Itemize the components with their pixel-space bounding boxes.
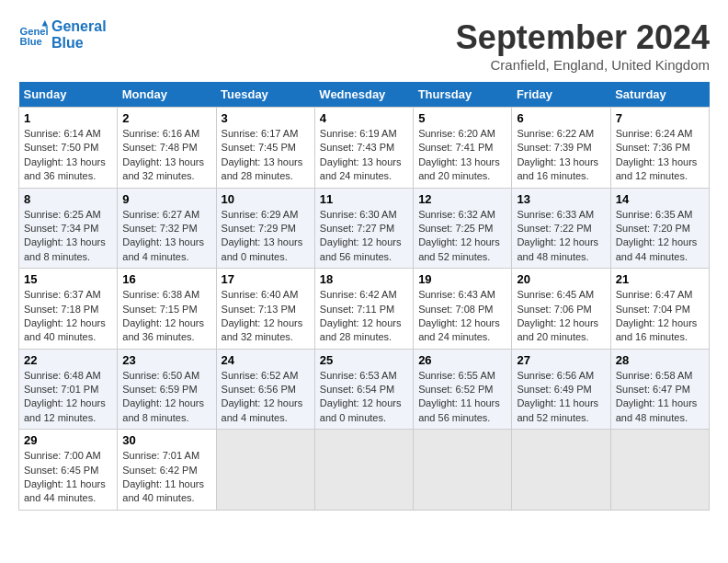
day-detail: Sunrise: 6:45 AMSunset: 7:06 PMDaylight:… [517,288,605,345]
location-subtitle: Cranfield, England, United Kingdom [456,57,710,73]
calendar-cell: 17Sunrise: 6:40 AMSunset: 7:13 PMDayligh… [216,269,314,350]
day-detail: Sunrise: 6:53 AMSunset: 6:54 PMDaylight:… [320,369,408,426]
day-detail: Sunrise: 6:16 AMSunset: 7:48 PMDaylight:… [122,127,210,184]
day-number: 10 [222,192,310,206]
weekday-header-row: SundayMondayTuesdayWednesdayThursdayFrid… [19,82,710,108]
calendar-cell: 12Sunrise: 6:32 AMSunset: 7:25 PMDayligh… [414,188,512,269]
calendar-cell: 14Sunrise: 6:35 AMSunset: 7:20 PMDayligh… [610,188,709,269]
day-detail: Sunrise: 6:22 AMSunset: 7:39 PMDaylight:… [517,127,605,184]
day-detail: Sunrise: 6:25 AMSunset: 7:34 PMDaylight:… [24,208,112,265]
day-number: 8 [24,192,112,206]
day-number: 23 [122,353,210,367]
day-detail: Sunrise: 6:14 AMSunset: 7:50 PMDaylight:… [24,127,112,184]
calendar-cell: 24Sunrise: 6:52 AMSunset: 6:56 PMDayligh… [216,349,314,430]
logo-general: General [51,18,107,35]
day-number: 17 [222,272,310,286]
calendar-cell: 4Sunrise: 6:19 AMSunset: 7:43 PMDaylight… [314,108,413,189]
day-detail: Sunrise: 6:52 AMSunset: 6:56 PMDaylight:… [222,369,310,426]
day-detail: Sunrise: 6:29 AMSunset: 7:29 PMDaylight:… [222,208,310,265]
calendar-cell: 15Sunrise: 6:37 AMSunset: 7:18 PMDayligh… [19,269,118,350]
calendar-cell: 28Sunrise: 6:58 AMSunset: 6:47 PMDayligh… [610,349,709,430]
day-number: 30 [122,433,210,447]
day-number: 20 [517,272,605,286]
calendar-cell: 29Sunrise: 7:00 AMSunset: 6:45 PMDayligh… [19,430,118,511]
svg-text:Blue: Blue [20,36,42,47]
day-number: 13 [517,192,605,206]
calendar-cell [314,430,413,511]
weekday-header: Sunday [19,82,118,108]
calendar-cell: 19Sunrise: 6:43 AMSunset: 7:08 PMDayligh… [414,269,512,350]
day-number: 27 [517,353,605,367]
calendar-cell: 23Sunrise: 6:50 AMSunset: 6:59 PMDayligh… [118,349,216,430]
day-detail: Sunrise: 6:30 AMSunset: 7:27 PMDaylight:… [320,208,408,265]
weekday-header: Tuesday [216,82,314,108]
calendar-week-row: 22Sunrise: 6:48 AMSunset: 7:01 PMDayligh… [19,349,710,430]
calendar-cell: 22Sunrise: 6:48 AMSunset: 7:01 PMDayligh… [19,349,118,430]
day-detail: Sunrise: 6:50 AMSunset: 6:59 PMDaylight:… [122,369,210,426]
day-detail: Sunrise: 6:24 AMSunset: 7:36 PMDaylight:… [616,127,704,184]
day-number: 24 [222,353,310,367]
day-number: 9 [122,192,210,206]
calendar-cell: 10Sunrise: 6:29 AMSunset: 7:29 PMDayligh… [216,188,314,269]
day-number: 22 [24,353,112,367]
calendar-cell: 11Sunrise: 6:30 AMSunset: 7:27 PMDayligh… [314,188,413,269]
day-number: 15 [24,272,112,286]
day-detail: Sunrise: 6:33 AMSunset: 7:22 PMDaylight:… [517,208,605,265]
calendar-cell: 6Sunrise: 6:22 AMSunset: 7:39 PMDaylight… [512,108,610,189]
calendar-cell: 30Sunrise: 7:01 AMSunset: 6:42 PMDayligh… [118,430,216,511]
weekday-header: Thursday [414,82,512,108]
weekday-header: Friday [512,82,610,108]
day-number: 25 [320,353,408,367]
day-number: 28 [616,353,704,367]
day-number: 21 [616,272,704,286]
day-number: 12 [418,192,506,206]
day-number: 16 [122,272,210,286]
day-detail: Sunrise: 6:40 AMSunset: 7:13 PMDaylight:… [222,288,310,345]
calendar-cell: 21Sunrise: 6:47 AMSunset: 7:04 PMDayligh… [610,269,709,350]
calendar-cell: 2Sunrise: 6:16 AMSunset: 7:48 PMDaylight… [118,108,216,189]
day-detail: Sunrise: 6:35 AMSunset: 7:20 PMDaylight:… [616,208,704,265]
day-number: 3 [222,111,310,125]
day-detail: Sunrise: 6:48 AMSunset: 7:01 PMDaylight:… [24,369,112,426]
day-number: 19 [418,272,506,286]
logo: General Blue General Blue [18,18,107,51]
day-detail: Sunrise: 6:19 AMSunset: 7:43 PMDaylight:… [320,127,408,184]
day-number: 5 [418,111,506,125]
day-detail: Sunrise: 6:17 AMSunset: 7:45 PMDaylight:… [222,127,310,184]
day-detail: Sunrise: 6:58 AMSunset: 6:47 PMDaylight:… [616,369,704,426]
day-detail: Sunrise: 6:42 AMSunset: 7:11 PMDaylight:… [320,288,408,345]
calendar-cell: 20Sunrise: 6:45 AMSunset: 7:06 PMDayligh… [512,269,610,350]
day-number: 26 [418,353,506,367]
day-detail: Sunrise: 6:43 AMSunset: 7:08 PMDaylight:… [418,288,506,345]
calendar-cell: 25Sunrise: 6:53 AMSunset: 6:54 PMDayligh… [314,349,413,430]
day-number: 29 [24,433,112,447]
day-detail: Sunrise: 6:32 AMSunset: 7:25 PMDaylight:… [418,208,506,265]
calendar-cell: 8Sunrise: 6:25 AMSunset: 7:34 PMDaylight… [19,188,118,269]
day-detail: Sunrise: 6:56 AMSunset: 6:49 PMDaylight:… [517,369,605,426]
calendar-cell: 1Sunrise: 6:14 AMSunset: 7:50 PMDaylight… [19,108,118,189]
month-title: September 2024 [456,18,710,57]
calendar-cell: 3Sunrise: 6:17 AMSunset: 7:45 PMDaylight… [216,108,314,189]
calendar-cell: 16Sunrise: 6:38 AMSunset: 7:15 PMDayligh… [118,269,216,350]
day-number: 6 [517,111,605,125]
day-detail: Sunrise: 6:55 AMSunset: 6:52 PMDaylight:… [418,369,506,426]
svg-text:General: General [20,26,48,37]
calendar-cell [610,430,709,511]
day-detail: Sunrise: 6:37 AMSunset: 7:18 PMDaylight:… [24,288,112,345]
day-detail: Sunrise: 6:20 AMSunset: 7:41 PMDaylight:… [418,127,506,184]
day-detail: Sunrise: 6:38 AMSunset: 7:15 PMDaylight:… [122,288,210,345]
title-block: September 2024 Cranfield, England, Unite… [456,18,710,73]
day-number: 4 [320,111,408,125]
day-number: 11 [320,192,408,206]
day-detail: Sunrise: 7:01 AMSunset: 6:42 PMDaylight:… [122,449,210,506]
day-number: 2 [122,111,210,125]
calendar-week-row: 29Sunrise: 7:00 AMSunset: 6:45 PMDayligh… [19,430,710,511]
svg-marker-2 [42,20,48,26]
day-detail: Sunrise: 7:00 AMSunset: 6:45 PMDaylight:… [24,449,112,506]
logo-icon: General Blue [18,20,48,50]
calendar-cell: 26Sunrise: 6:55 AMSunset: 6:52 PMDayligh… [414,349,512,430]
weekday-header: Monday [118,82,216,108]
calendar-cell [512,430,610,511]
weekday-header: Wednesday [314,82,413,108]
day-number: 1 [24,111,112,125]
